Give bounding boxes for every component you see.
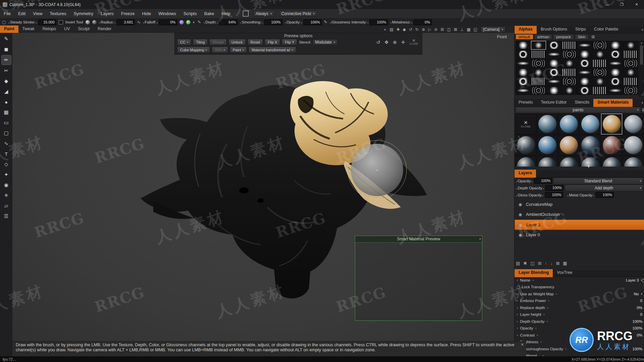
property-row[interactable]: ▢Lock Transparency: [515, 284, 644, 291]
lines-icon[interactable]: ☰: [2, 212, 11, 221]
depth-field[interactable]: Depth: 64%: [203, 19, 237, 25]
sphere-tool-icon[interactable]: ●: [2, 97, 11, 107]
alpha-thumbnail[interactable]: [516, 41, 531, 50]
property-row[interactable]: Contrast0%: [515, 332, 644, 339]
steady-stroke-value[interactable]: 15.000: [38, 19, 56, 25]
menu-bake[interactable]: Bake: [201, 10, 218, 17]
minimize-button[interactable]: —: [600, 0, 614, 9]
menu-freeze[interactable]: Freeze: [117, 10, 138, 17]
alpha-thumbnail[interactable]: [562, 68, 577, 77]
metal-opacity-value[interactable]: 100%: [596, 192, 614, 198]
material-folder-dropdown[interactable]: paints ▾: [516, 107, 641, 113]
alpha-thumbnail[interactable]: [562, 77, 577, 86]
alpha-thumbnail[interactable]: [592, 68, 607, 77]
eye-icon[interactable]: ◉: [515, 223, 526, 227]
alpha-thumbnail[interactable]: [531, 77, 546, 86]
zoom-icon[interactable]: ⊕: [422, 27, 425, 32]
preview-button-tiling[interactable]: Tiling: [193, 39, 208, 45]
alpha-thumbnail[interactable]: [608, 59, 623, 68]
alpha-thumbnail[interactable]: [592, 50, 607, 59]
alpha-set-artman[interactable]: artman: [534, 34, 552, 40]
material-sphere[interactable]: [580, 156, 601, 167]
property-row[interactable]: Opacity100%: [515, 325, 644, 332]
grid-icon[interactable]: ⊞: [441, 27, 444, 32]
alpha-thumbnail[interactable]: [531, 59, 546, 68]
menu-layers[interactable]: Layers: [97, 10, 117, 17]
cut-icon[interactable]: ✂: [2, 66, 11, 75]
layer-row[interactable]: ◉AmbientOcclusion: [515, 209, 644, 220]
color-sphere-secondary-icon[interactable]: [186, 20, 191, 24]
property-row[interactable]: Brightness: [515, 339, 644, 346]
alpha-thumbnail[interactable]: [562, 59, 577, 68]
preview-button-unlock[interactable]: Unlock: [228, 39, 246, 45]
alpha-thumbnail[interactable]: [592, 77, 607, 86]
alpha-thumbnail[interactable]: [546, 68, 561, 77]
mode-tab-uv[interactable]: UV: [60, 25, 74, 34]
falloff-field[interactable]: Falloff: 0%: [143, 19, 177, 25]
material-sphere[interactable]: [558, 114, 579, 134]
gem-tool-icon[interactable]: ◆: [2, 76, 11, 86]
property-row[interactable]: Emboss Power0: [515, 298, 644, 305]
close-icon[interactable]: ✕: [521, 342, 524, 347]
viewport-3d[interactable]: Front Preview options CC▾TilingShownUnlo…: [12, 33, 514, 341]
layer-row[interactable]: ◉Layer 3: [515, 220, 644, 230]
tab-alphas[interactable]: Alphas: [515, 26, 537, 34]
camera-dropdown[interactable]: [Camera] ▾: [481, 26, 505, 33]
falloff-curve-icon[interactable]: ∿: [137, 20, 141, 24]
menu-hide[interactable]: Hide: [138, 10, 155, 17]
alpha-thumbnail[interactable]: [546, 86, 561, 95]
alpha-thumbnail[interactable]: [608, 41, 623, 50]
material-sphere[interactable]: [601, 156, 622, 167]
alpha-thumbnail[interactable]: [546, 41, 561, 50]
material-sphere[interactable]: [515, 156, 536, 167]
play-icon[interactable]: ▷: [428, 27, 431, 32]
alpha-thumbnail[interactable]: [623, 68, 638, 77]
alpha-thumbnail[interactable]: [577, 50, 592, 59]
pencil-icon[interactable]: ✏: [1, 55, 11, 65]
property-row[interactable]: Replace depth0%: [515, 304, 644, 311]
radius-field[interactable]: Radius: 3.681: [99, 19, 135, 25]
move-layer-up-icon[interactable]: ↑: [545, 261, 547, 266]
viewport-layout-icon[interactable]: ◱: [474, 27, 477, 32]
material-sphere[interactable]: [558, 135, 579, 156]
scroll-thumb[interactable]: [640, 45, 643, 65]
material-sphere[interactable]: [601, 135, 622, 156]
alpha-thumbnail[interactable]: [562, 41, 577, 50]
burst-icon[interactable]: ✳: [2, 191, 11, 200]
move-layer-down-icon[interactable]: ↓: [550, 261, 553, 266]
alpha-grid-scrollbar[interactable]: ▴: [639, 41, 644, 97]
add-depth-dropdown[interactable]: Add depth ▾: [565, 185, 643, 191]
property-row[interactable]: Depth Opacity100%: [515, 318, 644, 325]
preview-button-shown[interactable]: Shown: [209, 39, 227, 45]
material-sphere[interactable]: [537, 114, 558, 134]
fill-icon[interactable]: ▦: [2, 108, 11, 117]
menu-view[interactable]: View: [29, 10, 46, 17]
preview-dropdown-cube-mapping[interactable]: Cube Mapping▾: [177, 47, 210, 53]
alpha-thumbnail[interactable]: [623, 77, 638, 86]
alpha-thumbnail[interactable]: [623, 59, 638, 68]
eye-icon[interactable]: ◉: [515, 233, 526, 237]
opacity-value[interactable]: 106%: [304, 19, 322, 25]
close-materials-button[interactable]: ✕CLOSE: [515, 114, 536, 134]
maximize-button[interactable]: ❐: [614, 0, 629, 9]
alpha-thumbnail[interactable]: [562, 86, 577, 95]
rotate-left-icon[interactable]: ↺: [409, 27, 412, 32]
tab-voxtree[interactable]: VoxTree: [553, 269, 576, 277]
material-sphere[interactable]: [623, 114, 644, 134]
preview-button-flip-x[interactable]: Flip X: [265, 39, 280, 45]
half-sphere-icon[interactable]: ◐: [193, 20, 195, 24]
alpha-thumbnail[interactable]: [531, 50, 546, 59]
brush-icon[interactable]: ✎: [2, 34, 11, 44]
menu-windows[interactable]: Windows: [155, 10, 180, 17]
alpha-thumbnail[interactable]: [623, 50, 638, 59]
property-row[interactable]: NameLayer 3▾: [515, 277, 644, 284]
property-row[interactable]: Layer height0: [515, 311, 644, 318]
falloff-value[interactable]: 0%: [159, 19, 177, 25]
alpha-thumbnail[interactable]: [546, 50, 561, 59]
tab-presets[interactable]: Presets: [515, 99, 537, 107]
marquee-icon[interactable]: ▢: [2, 128, 11, 138]
wedge-icon[interactable]: ◢: [2, 87, 11, 96]
smoothing-value[interactable]: 100%: [264, 19, 282, 25]
material-sphere[interactable]: [623, 135, 644, 156]
properties-scrollbar[interactable]: ▴▾: [642, 277, 644, 283]
